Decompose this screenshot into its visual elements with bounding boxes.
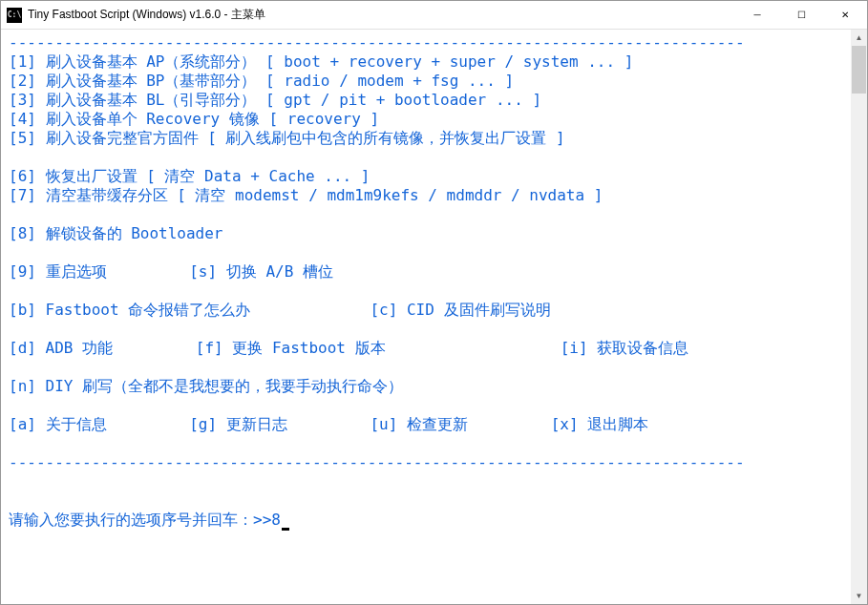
window-controls: ─ ☐ ✕ [735,1,867,30]
separator-line: ----------------------------------------… [9,453,745,471]
menu-option-2: [2] 刷入设备基本 BP（基带部分） [ radio / modem + fs… [9,72,514,90]
menu-option-9-s: [9] 重启选项 [s] 切换 A/B 槽位 [9,262,333,281]
menu-option-d-f-i: [d] ADB 功能 [f] 更换 Fastboot 版本 [i] 获取设备信息 [9,339,688,357]
menu-option-3: [3] 刷入设备基本 BL（引导部分） [ gpt / pit + bootlo… [9,91,541,109]
user-input[interactable]: 8 [271,511,281,529]
maximize-button[interactable]: ☐ [779,1,823,30]
menu-option-4: [4] 刷入设备单个 Recovery 镜像 [ recovery ] [9,110,379,128]
menu-option-7: [7] 清空基带缓存分区 [ 清空 modemst / mdm1m9kefs /… [9,186,603,204]
input-prompt: 请输入您要执行的选项序号并回车：>> [9,511,271,529]
cursor [282,528,289,531]
menu-option-a-g-u-x: [a] 关于信息 [g] 更新日志 [u] 检查更新 [x] 退出脚本 [9,415,648,433]
window-title: Tiny Fastboot Script (Windows) v1.6.0 - … [28,7,735,23]
scrollbar-thumb[interactable] [852,46,866,94]
menu-option-n: [n] DIY 刷写（全都不是我想要的，我要手动执行命令） [9,377,403,395]
terminal-output[interactable]: ----------------------------------------… [1,30,851,604]
titlebar[interactable]: C:\ Tiny Fastboot Script (Windows) v1.6.… [1,1,867,30]
app-icon: C:\ [7,8,22,23]
menu-option-b-c: [b] Fastboot 命令报错了怎么办 [c] CID 及固件刷写说明 [9,301,551,319]
menu-option-8: [8] 解锁设备的 Bootloader [9,224,223,242]
menu-option-5: [5] 刷入设备完整官方固件 [ 刷入线刷包中包含的所有镜像，并恢复出厂设置 ] [9,129,565,147]
menu-option-6: [6] 恢复出厂设置 [ 清空 Data + Cache ... ] [9,167,370,185]
minimize-button[interactable]: ─ [735,1,779,30]
scrollbar-track[interactable]: ▲ ▼ [851,30,867,604]
terminal-container: ----------------------------------------… [1,30,867,604]
scrollbar-up-button[interactable]: ▲ [851,30,867,46]
separator-line: ----------------------------------------… [9,33,745,52]
app-window: C:\ Tiny Fastboot Script (Windows) v1.6.… [0,0,868,605]
scrollbar-down-button[interactable]: ▼ [851,588,867,604]
close-button[interactable]: ✕ [823,1,867,30]
menu-option-1: [1] 刷入设备基本 AP（系统部分） [ boot + recovery + … [9,52,633,71]
